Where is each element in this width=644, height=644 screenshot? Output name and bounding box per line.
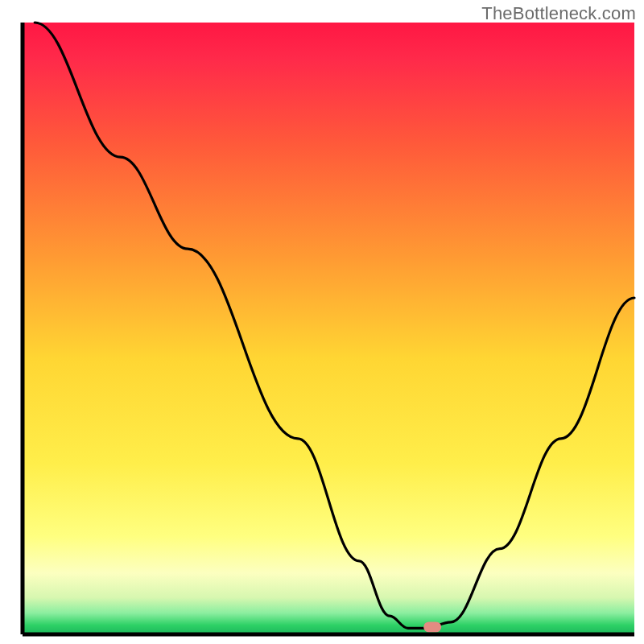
chart-container: TheBottleneck.com bbox=[0, 0, 644, 644]
chart-background bbox=[23, 23, 634, 634]
watermark-text: TheBottleneck.com bbox=[481, 3, 636, 24]
current-marker bbox=[423, 621, 441, 632]
bottleneck-chart bbox=[0, 0, 644, 644]
